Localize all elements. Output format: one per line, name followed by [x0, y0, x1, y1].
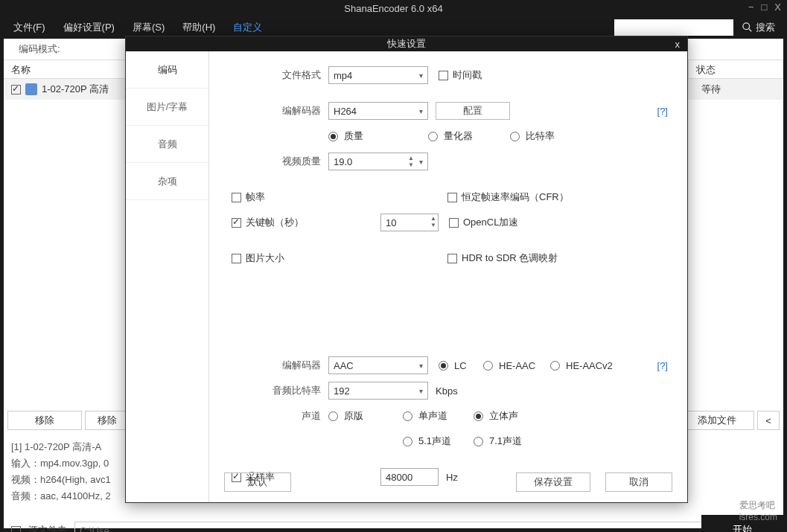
config-button[interactable]: 配置	[436, 102, 510, 120]
source-folder-checkbox[interactable]	[11, 526, 21, 533]
close-icon[interactable]: X	[774, 1, 781, 13]
maximize-icon[interactable]: □	[761, 1, 767, 13]
tab-audio[interactable]: 音频	[126, 126, 208, 163]
info-line-4: 音频：aac, 44100Hz, 2	[11, 488, 111, 504]
remove-button[interactable]: 移除	[7, 411, 82, 430]
radio-heaacv2[interactable]	[550, 361, 560, 371]
window-title: ShanaEncoder 6.0 x64	[344, 3, 442, 14]
kbps-label: Kbps	[436, 385, 458, 397]
cancel-button[interactable]: 取消	[605, 472, 672, 492]
output-path-row: 源文件夹 C:\Use	[11, 521, 776, 532]
col-status: 状态	[689, 60, 783, 78]
info-line-1: [1] 1-02-720P 高清-A	[11, 439, 111, 455]
video-quality-label: 视频质量	[224, 155, 328, 168]
remove-button-2[interactable]: 移除	[85, 411, 130, 430]
search-icon	[742, 22, 753, 33]
radio-ch-51[interactable]	[403, 437, 412, 446]
menu-file[interactable]: 文件(F)	[6, 18, 53, 37]
imagesize-checkbox[interactable]: 图片大小	[232, 251, 447, 265]
expand-button[interactable]: <	[757, 411, 780, 430]
file-format-select[interactable]: mp4	[328, 66, 428, 84]
watermark: 爱思考吧isres.com	[739, 499, 777, 522]
menu-help[interactable]: 帮助(H)	[175, 18, 223, 37]
radio-quantizer[interactable]	[428, 132, 438, 141]
default-button[interactable]: 默认	[224, 472, 291, 492]
radio-lc[interactable]	[439, 361, 448, 371]
timestamp-checkbox[interactable]: 时间戳	[439, 68, 482, 82]
video-icon	[25, 83, 37, 95]
keyframe-input[interactable]: 10▲▼	[380, 214, 439, 231]
cfr-checkbox[interactable]: 恒定帧速率编码（CFR）	[447, 190, 569, 204]
modal-titlebar: 快速设置 x	[126, 36, 687, 51]
help-icon-audio[interactable]: [?]	[657, 360, 668, 371]
tab-misc[interactable]: 杂项	[126, 163, 208, 200]
video-codec-label: 编解码器	[224, 104, 328, 118]
help-icon[interactable]: [?]	[657, 106, 668, 117]
add-file-button[interactable]: 添加文件	[680, 411, 754, 430]
radio-ch-71[interactable]	[474, 437, 483, 446]
window-titlebar: ShanaEncoder 6.0 x64 − □ X	[0, 0, 787, 16]
info-line-3: 视频：h264(High, avc1	[11, 472, 111, 488]
quick-settings-modal: 快速设置 x 编码 图片/字幕 音频 杂项 文件格式 mp4 时间戳 编解码器 …	[125, 36, 688, 503]
channel-label: 声道	[224, 409, 328, 423]
tab-subtitle[interactable]: 图片/字幕	[126, 89, 208, 126]
modal-close-button[interactable]: x	[675, 39, 681, 50]
save-settings-button[interactable]: 保存设置	[516, 472, 590, 492]
menu-screen[interactable]: 屏幕(S)	[125, 18, 172, 37]
radio-heaac[interactable]	[483, 361, 493, 371]
modal-tabs: 编码 图片/字幕 音频 杂项	[126, 51, 209, 502]
radio-ch-orig[interactable]	[328, 411, 338, 421]
svg-line-1	[749, 29, 752, 32]
video-quality-input[interactable]: 19.0▲▼	[328, 153, 428, 170]
audio-codec-select[interactable]: AAC	[328, 356, 428, 374]
path-input[interactable]: C:\Use	[74, 522, 776, 532]
info-line-2: 输入：mp4.mov.3gp, 0	[11, 455, 111, 472]
svg-point-0	[743, 23, 750, 30]
keyframe-checkbox[interactable]: 关键帧（秒）	[232, 216, 380, 229]
menu-prefs[interactable]: 偏好设置(P)	[56, 18, 122, 37]
modal-content: 文件格式 mp4 时间戳 编解码器 H264 配置 [?] 质量 量化器 比特率…	[209, 51, 687, 502]
audio-codec-label: 编解码器	[224, 359, 328, 372]
search-button[interactable]: 搜索	[736, 18, 781, 37]
modal-title: 快速设置	[387, 37, 426, 51]
fps-checkbox[interactable]: 帧率	[232, 190, 447, 204]
row-checkbox[interactable]	[11, 85, 21, 94]
radio-bitrate[interactable]	[510, 132, 520, 141]
audio-bitrate-label: 音频比特率	[224, 384, 328, 397]
radio-ch-stereo[interactable]	[474, 411, 483, 421]
opencl-checkbox[interactable]: OpenCL加速	[449, 216, 518, 229]
source-folder-label: 源文件夹	[28, 524, 67, 532]
radio-quality[interactable]	[328, 132, 338, 141]
encode-mode-label: 编码模式:	[19, 42, 60, 56]
audio-bitrate-select[interactable]: 192	[328, 382, 428, 400]
radio-ch-mono[interactable]	[403, 411, 412, 421]
file-status: 等待	[694, 83, 783, 96]
search-input[interactable]	[614, 19, 733, 36]
hdr-checkbox[interactable]: HDR to SDR 色调映射	[447, 251, 558, 265]
video-codec-select[interactable]: H264	[328, 102, 428, 120]
file-format-label: 文件格式	[224, 68, 328, 82]
tab-encode[interactable]: 编码	[126, 51, 208, 89]
menu-custom[interactable]: 自定义	[226, 18, 270, 37]
minimize-icon[interactable]: −	[748, 1, 754, 13]
file-info: [1] 1-02-720P 高清-A 输入：mp4.mov.3gp, 0 视频：…	[11, 439, 111, 504]
